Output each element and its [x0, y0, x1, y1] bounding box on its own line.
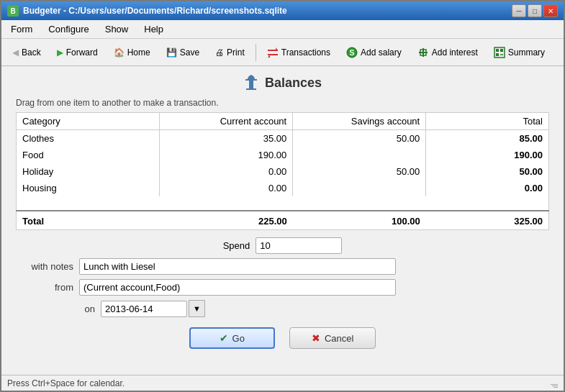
page-header: Balances: [16, 73, 549, 92]
total-savings: 100.00: [293, 211, 426, 230]
forward-label: Forward: [66, 47, 98, 58]
add-salary-icon: S: [346, 47, 358, 58]
table-row: Clothes 35.00 50.00 85.00: [17, 130, 549, 147]
cell-savings: 50.00: [293, 163, 426, 180]
page-title: Balances: [265, 76, 322, 91]
window-title: Budgeter - C:/Users/user/Documents/Richa…: [23, 6, 287, 16]
svg-rect-12: [496, 53, 499, 56]
transactions-label: Transactions: [281, 47, 330, 58]
maximize-button[interactable]: □: [528, 4, 542, 17]
from-input[interactable]: [79, 279, 396, 296]
save-icon: [166, 47, 177, 58]
title-bar-controls: ─ □ ✕: [512, 4, 558, 17]
cell-savings: [293, 147, 426, 163]
header-total: Total: [426, 113, 549, 130]
cell-current: 190.00: [160, 147, 293, 163]
cancel-button[interactable]: Cancel: [289, 327, 376, 349]
minimize-button[interactable]: ─: [512, 4, 526, 17]
from-row: from: [16, 279, 549, 296]
add-salary-label: Add salary: [361, 47, 402, 58]
action-row: Go Cancel: [16, 327, 549, 349]
cell-total: 50.00: [426, 163, 549, 180]
cancel-icon: [312, 332, 320, 344]
cell-current: 0.00: [160, 163, 293, 180]
back-button[interactable]: Back: [6, 42, 48, 63]
cell-category: Housing: [17, 180, 160, 196]
header-current: Current account: [160, 113, 293, 130]
add-interest-button[interactable]: Add interest: [411, 42, 484, 63]
header-category: Category: [17, 113, 160, 130]
total-current: 225.00: [160, 211, 293, 230]
status-text: Press Ctrl+Space for calendar.: [7, 378, 125, 388]
spacer-row: [17, 196, 549, 211]
save-button[interactable]: Save: [160, 42, 206, 63]
svg-rect-11: [500, 49, 503, 52]
resize-grip[interactable]: [549, 379, 558, 388]
home-label: Home: [127, 47, 150, 58]
toolbar: Back Forward Home Save Print Transact: [1, 39, 564, 66]
form-section: Spend with notes from on ▼: [16, 237, 549, 349]
cell-category: Clothes: [17, 130, 160, 147]
status-bar: Press Ctrl+Space for calendar.: [1, 375, 564, 391]
total-label: Total: [17, 211, 160, 230]
back-label: Back: [22, 47, 41, 58]
on-label: on: [73, 304, 95, 314]
notes-input[interactable]: [79, 258, 396, 275]
svg-rect-14: [249, 81, 253, 89]
cell-category: Food: [17, 147, 160, 163]
balances-table: Category Current account Savings account…: [16, 112, 549, 230]
svg-marker-2: [276, 47, 278, 50]
table-row: Food 190.00 190.00: [17, 147, 549, 163]
back-icon: [12, 47, 19, 58]
save-label: Save: [180, 47, 199, 58]
transactions-button[interactable]: Transactions: [261, 42, 337, 63]
table-row: Housing 0.00 0.00: [17, 180, 549, 196]
menu-show[interactable]: Show: [99, 22, 135, 37]
cell-total: 0.00: [426, 180, 549, 196]
svg-rect-1: [268, 54, 278, 55]
date-wrapper: ▼: [101, 300, 205, 317]
home-button[interactable]: Home: [107, 42, 157, 63]
title-bar-left: B Budgeter - C:/Users/user/Documents/Ric…: [7, 5, 287, 17]
home-icon: [114, 47, 125, 58]
print-icon: [215, 47, 224, 58]
menu-form[interactable]: Form: [4, 22, 39, 37]
grip-line-2: [552, 386, 558, 386]
main-content: Balances Drag from one item to another t…: [1, 66, 564, 375]
grip-line-1: [551, 384, 558, 385]
go-button[interactable]: Go: [189, 327, 275, 349]
title-bar: B Budgeter - C:/Users/user/Documents/Ric…: [1, 1, 564, 20]
transactions-icon: [267, 47, 279, 58]
grip-line-3: [553, 387, 558, 388]
cell-total: 190.00: [426, 147, 549, 163]
cell-savings: 50.00: [293, 130, 426, 147]
spend-label: Spend: [223, 240, 250, 251]
forward-button[interactable]: Forward: [50, 42, 104, 63]
print-button[interactable]: Print: [209, 42, 251, 63]
menu-help[interactable]: Help: [137, 22, 170, 37]
header-savings: Savings account: [293, 113, 426, 130]
date-row: on ▼: [73, 300, 549, 317]
date-dropdown-button[interactable]: ▼: [189, 300, 205, 317]
summary-icon: [494, 47, 505, 58]
close-button[interactable]: ✕: [543, 4, 558, 17]
svg-rect-10: [496, 49, 499, 52]
cell-category: Holiday: [17, 163, 160, 180]
menu-configure[interactable]: Configure: [42, 22, 95, 37]
add-salary-button[interactable]: S Add salary: [340, 42, 408, 63]
summary-button[interactable]: Summary: [487, 42, 551, 63]
date-input[interactable]: [101, 301, 187, 317]
svg-text:S: S: [349, 48, 354, 57]
app-icon: B: [7, 5, 19, 17]
spend-row: Spend: [16, 237, 549, 254]
spend-input[interactable]: [256, 237, 342, 254]
menu-bar: Form Configure Show Help: [1, 20, 564, 39]
cancel-label: Cancel: [325, 333, 353, 344]
notes-label: with notes: [16, 261, 73, 272]
table-row: Holiday 0.00 50.00 50.00: [17, 163, 549, 180]
from-label: from: [16, 282, 73, 293]
forward-icon: [57, 47, 63, 58]
total-row: Total 225.00 100.00 325.00: [17, 211, 549, 230]
notes-row: with notes: [16, 258, 549, 275]
total-total: 325.00: [426, 211, 549, 230]
